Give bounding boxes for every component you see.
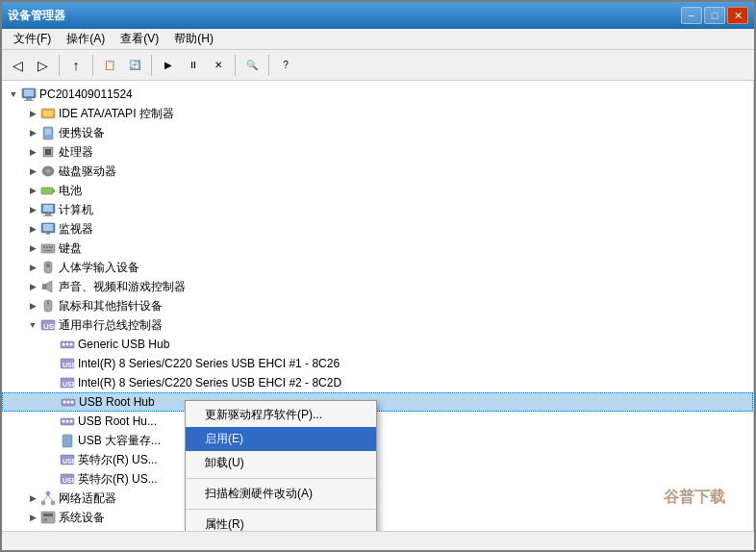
tree-item-intel-ehci2[interactable]: ▶ USB Intel(R) 8 Series/C220 Series USB … xyxy=(2,373,753,392)
tree-item-hid[interactable]: ▶ 人体学输入设备 xyxy=(2,258,753,277)
disable-button[interactable]: ⏸ xyxy=(182,54,205,77)
menu-bar: 文件(F) 操作(A) 查看(V) 帮助(H) xyxy=(2,29,754,50)
root-expander[interactable]: ▼ xyxy=(6,87,21,102)
hid-expander[interactable]: ▶ xyxy=(25,260,40,275)
svg-rect-15 xyxy=(43,205,53,212)
svg-point-33 xyxy=(47,302,49,304)
tree-item-mouse[interactable]: ▶ 鼠标和其他指针设备 xyxy=(2,296,753,315)
sound-expander[interactable]: ▶ xyxy=(25,279,40,294)
svg-line-60 xyxy=(43,495,48,501)
ctx-uninstall[interactable]: 卸载(U) xyxy=(186,451,376,475)
tree-item-system[interactable]: ▶ 系统设备 xyxy=(2,508,753,527)
hid-icon xyxy=(40,260,56,275)
menu-view[interactable]: 查看(V) xyxy=(113,29,166,49)
mouse-expander[interactable]: ▶ xyxy=(25,298,40,314)
tree-item-usb-root[interactable]: ▼ USB 通用串行总线控制器 xyxy=(2,315,753,335)
tree-item-keyboard[interactable]: ▶ 键盘 xyxy=(2,238,753,258)
ctx-scan[interactable]: 扫描检测硬件改动(A) xyxy=(186,482,376,506)
network-expander[interactable]: ▶ xyxy=(25,490,40,506)
svg-point-46 xyxy=(67,401,70,404)
svg-rect-12 xyxy=(41,188,53,194)
device-manager-window: 设备管理器 − □ ✕ 文件(F) 操作(A) 查看(V) 帮助(H) ◁ ▷ … xyxy=(0,0,756,552)
svg-rect-22 xyxy=(43,246,45,248)
tree-item-intel-ehci1[interactable]: ▶ USB Intel(R) 8 Series/C220 Series USB … xyxy=(2,354,753,373)
keyboard-expander[interactable]: ▶ xyxy=(25,240,40,256)
battery-icon xyxy=(40,183,56,198)
device-tree[interactable]: ▼ PC201409011524 ▶ xyxy=(2,81,754,531)
svg-rect-9 xyxy=(45,149,51,155)
svg-rect-16 xyxy=(45,213,51,215)
intel-ehci1-label: Intel(R) 8 Series/C220 Series USB EHCI #… xyxy=(78,357,340,370)
keyboard-label: 键盘 xyxy=(59,240,82,257)
scan-button[interactable]: 🔍 xyxy=(240,54,264,77)
uninstall-button[interactable]: ✕ xyxy=(207,54,230,77)
close-button[interactable]: ✕ xyxy=(727,7,748,24)
tree-item-monitor[interactable]: ▶ 监视器 xyxy=(2,219,753,238)
svg-point-58 xyxy=(41,501,45,505)
minimize-button[interactable]: − xyxy=(681,7,702,24)
monitor-label: 监视器 xyxy=(59,221,93,238)
svg-rect-13 xyxy=(53,189,55,192)
battery-expander[interactable]: ▶ xyxy=(25,183,40,198)
tree-item-usb-root-hub1[interactable]: ▶ USB Root Hub xyxy=(2,392,753,412)
generic-hub-label: Generic USB Hub xyxy=(78,338,169,351)
forward-button[interactable]: ▷ xyxy=(31,54,54,77)
tree-root[interactable]: ▼ PC201409011524 xyxy=(2,85,753,104)
svg-point-59 xyxy=(51,501,55,505)
svg-rect-21 xyxy=(41,244,55,253)
help-button[interactable]: ? xyxy=(274,54,297,77)
tree-item-usb-mass[interactable]: ▶ USB 大容量存... xyxy=(2,431,753,450)
menu-file[interactable]: 文件(F) xyxy=(6,29,59,49)
tree-item-ide[interactable]: ▶ IDE ATA/ATAPI 控制器 xyxy=(2,104,753,123)
tree-item-disk[interactable]: ▶ 磁盘驱动器 xyxy=(2,162,753,181)
tree-item-battery[interactable]: ▶ 电池 xyxy=(2,181,753,200)
intel-usb2-label: 英特尔(R) US... xyxy=(78,471,158,488)
update-driver-button[interactable]: 🔄 xyxy=(123,54,146,77)
network-label: 网络适配器 xyxy=(59,490,116,507)
back-button[interactable]: ◁ xyxy=(6,54,29,77)
maximize-button[interactable]: □ xyxy=(704,7,725,24)
svg-point-28 xyxy=(46,263,50,267)
monitor-icon xyxy=(40,221,56,237)
svg-rect-29 xyxy=(42,284,46,289)
menu-help[interactable]: 帮助(H) xyxy=(166,29,221,49)
svg-rect-62 xyxy=(41,512,55,523)
ctx-enable[interactable]: 启用(E) xyxy=(186,427,376,451)
tree-item-generic-hub[interactable]: ▶ Generic USB Hub xyxy=(2,335,753,354)
window-title: 设备管理器 xyxy=(8,8,65,24)
svg-rect-7 xyxy=(45,129,51,135)
tree-item-processor[interactable]: ▶ 处理器 xyxy=(2,142,753,162)
usb-root-expander[interactable]: ▼ xyxy=(25,317,40,333)
ide-expander[interactable]: ▶ xyxy=(25,106,40,121)
usb-root-hub2-label: USB Root Hu... xyxy=(78,414,157,428)
intel-usb2-icon: USB xyxy=(60,471,75,487)
tree-item-computer[interactable]: ▶ 计算机 xyxy=(2,200,753,219)
ctx-properties[interactable]: 属性(R) xyxy=(186,513,376,531)
disk-expander[interactable]: ▶ xyxy=(25,163,40,179)
menu-action[interactable]: 操作(A) xyxy=(59,29,113,49)
toolbar-separator-1 xyxy=(59,55,60,76)
hid-label: 人体学输入设备 xyxy=(59,260,139,276)
tree-item-intel-usb1[interactable]: ▶ USB 英特尔(R) US... xyxy=(2,450,753,469)
mouse-label: 鼠标和其他指针设备 xyxy=(59,298,163,314)
intel-ehci2-icon: USB xyxy=(60,375,75,390)
properties-button[interactable]: 📋 xyxy=(98,54,121,77)
enable-button[interactable]: ▶ xyxy=(157,54,180,77)
svg-rect-2 xyxy=(26,98,32,100)
svg-rect-17 xyxy=(43,215,53,216)
system-expander[interactable]: ▶ xyxy=(25,510,40,525)
svg-line-61 xyxy=(48,495,53,501)
computer-expander[interactable]: ▶ xyxy=(25,202,40,217)
tree-item-sound[interactable]: ▶ 声音、视频和游戏控制器 xyxy=(2,277,753,296)
tree-item-portable[interactable]: ▶ 便携设备 xyxy=(2,123,753,142)
tree-item-intel-usb2[interactable]: ▶ USB 英特尔(R) US... xyxy=(2,469,753,489)
monitor-expander[interactable]: ▶ xyxy=(25,221,40,237)
portable-expander[interactable]: ▶ xyxy=(25,125,40,140)
up-button[interactable]: ↑ xyxy=(64,54,88,77)
ctx-update-driver[interactable]: 更新驱动程序软件(P)... xyxy=(186,403,376,427)
tree-item-network[interactable]: ▶ 网络适配器 xyxy=(2,489,753,508)
processor-expander[interactable]: ▶ xyxy=(25,144,40,160)
svg-rect-63 xyxy=(43,514,53,516)
processor-icon xyxy=(40,144,56,160)
tree-item-usb-root-hub2[interactable]: ▶ USB Root Hu... xyxy=(2,412,753,431)
